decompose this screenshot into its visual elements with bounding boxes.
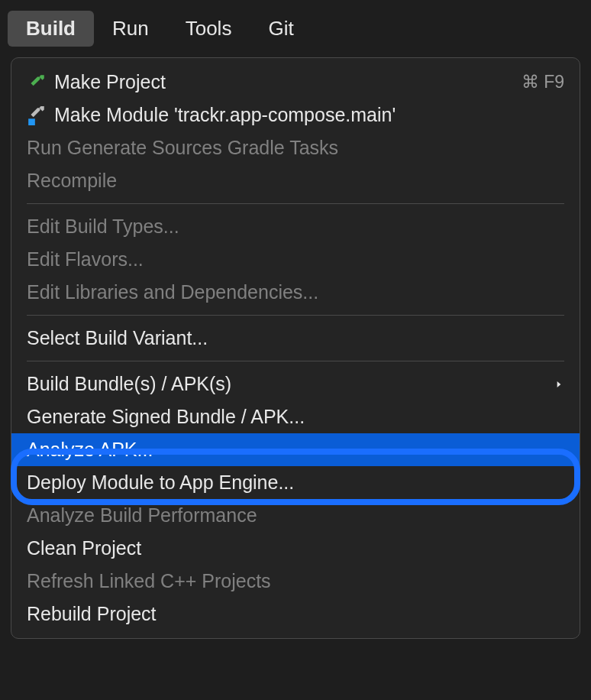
- menu-item-recompile: Recompile: [11, 164, 580, 197]
- menu-separator: [27, 361, 564, 361]
- menu-item-build-bundles-apks[interactable]: Build Bundle(s) / APK(s): [11, 368, 580, 400]
- menu-item-generate-signed[interactable]: Generate Signed Bundle / APK...: [11, 400, 580, 433]
- svg-rect-0: [28, 118, 35, 125]
- menu-item-clean-project[interactable]: Clean Project: [11, 532, 580, 565]
- menu-item-refresh-cpp: Refresh Linked C++ Projects: [11, 565, 580, 598]
- menubar-item-git[interactable]: Git: [250, 11, 312, 47]
- menu-item-deploy-module[interactable]: Deploy Module to App Engine...: [11, 466, 580, 499]
- menu-label: Clean Project: [27, 537, 564, 559]
- menu-item-rebuild-project[interactable]: Rebuild Project: [11, 598, 580, 630]
- menu-item-select-build-variant[interactable]: Select Build Variant...: [11, 322, 580, 355]
- menu-label: Edit Build Types...: [27, 216, 564, 238]
- menubar: Build Run Tools Git: [0, 0, 591, 57]
- menubar-item-tools[interactable]: Tools: [167, 11, 250, 47]
- build-dropdown-menu: Make Project ⌘ F9 Make Module 'trackr.ap…: [11, 57, 580, 639]
- menu-separator: [27, 315, 564, 316]
- shortcut-text: ⌘ F9: [522, 72, 564, 92]
- menu-label: Generate Signed Bundle / APK...: [27, 406, 564, 428]
- menu-separator: [27, 203, 564, 204]
- menubar-item-run[interactable]: Run: [94, 11, 167, 47]
- menu-item-edit-libraries: Edit Libraries and Dependencies...: [11, 276, 580, 309]
- menu-label: Refresh Linked C++ Projects: [27, 570, 564, 592]
- menu-label: Run Generate Sources Gradle Tasks: [27, 137, 564, 159]
- menu-item-run-generate-sources: Run Generate Sources Gradle Tasks: [11, 131, 580, 164]
- hammer-icon: [27, 72, 54, 93]
- menu-label: Analyze Build Performance: [27, 504, 564, 527]
- menu-label: Edit Libraries and Dependencies...: [27, 281, 564, 303]
- menu-label: Build Bundle(s) / APK(s): [27, 373, 554, 395]
- menu-label: Recompile: [27, 170, 564, 192]
- menu-item-make-project[interactable]: Make Project ⌘ F9: [11, 66, 580, 99]
- menu-label: Deploy Module to App Engine...: [27, 472, 564, 494]
- menu-item-edit-build-types: Edit Build Types...: [11, 210, 580, 243]
- menu-label: Rebuild Project: [27, 603, 564, 625]
- hammer-module-icon: [27, 105, 54, 126]
- menu-label: Analyze APK...: [27, 439, 564, 461]
- menu-item-analyze-apk[interactable]: Analyze APK...: [11, 433, 580, 466]
- menu-item-analyze-build-performance: Analyze Build Performance: [11, 499, 580, 532]
- menu-label: Select Build Variant...: [27, 327, 564, 349]
- menu-label: Make Module 'trackr.app-compose.main': [54, 104, 564, 126]
- menubar-item-build[interactable]: Build: [8, 11, 94, 47]
- chevron-right-icon: [554, 374, 564, 394]
- menu-item-edit-flavors: Edit Flavors...: [11, 243, 580, 276]
- menu-item-make-module[interactable]: Make Module 'trackr.app-compose.main': [11, 99, 580, 131]
- menu-label: Make Project: [54, 71, 522, 93]
- menu-label: Edit Flavors...: [27, 248, 564, 271]
